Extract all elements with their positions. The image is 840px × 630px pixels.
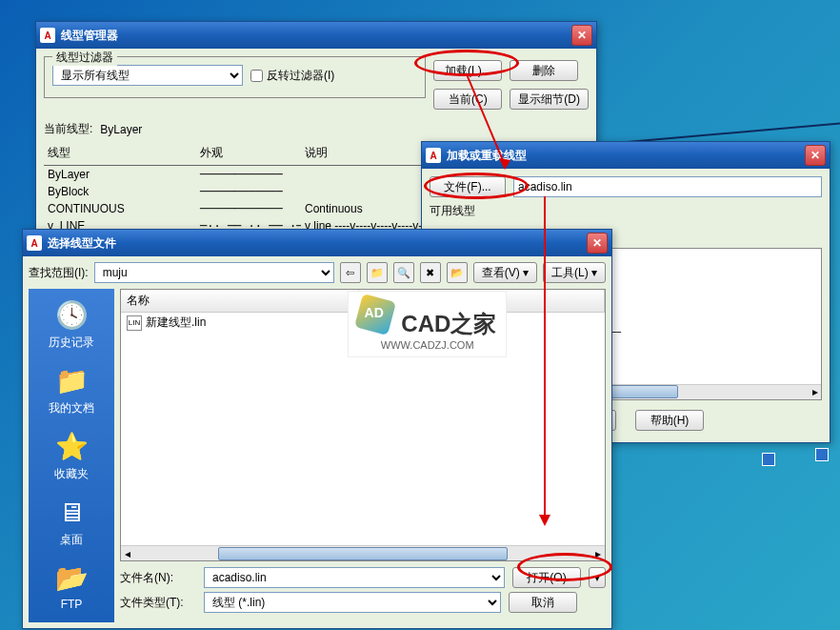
filename-label: 文件名(N):: [120, 570, 196, 586]
back-button[interactable]: ⇦: [340, 262, 361, 283]
titlebar: A 线型管理器 ✕: [36, 22, 596, 49]
window-title: 线型管理器: [61, 28, 571, 44]
titlebar: A 加载或重载线型 ✕: [422, 142, 830, 169]
sidebar-item[interactable]: 🖥桌面: [38, 494, 105, 548]
open-button[interactable]: 打开(O): [512, 567, 581, 588]
sidebar-item[interactable]: 📂FTP: [38, 559, 105, 611]
close-button[interactable]: ✕: [805, 145, 826, 166]
filetype-select[interactable]: 线型 (*.lin): [204, 592, 501, 613]
filename-input[interactable]: acadiso.lin: [204, 567, 505, 588]
watermark-logo: CAD之家 WWW.CADZJ.COM: [348, 291, 507, 357]
places-sidebar: 🕓历史记录📁我的文档⭐收藏夹🖥桌面📂FTP: [29, 289, 114, 622]
app-icon: A: [27, 235, 42, 251]
file-button[interactable]: 文件(F)...: [430, 176, 506, 197]
lin-file-icon: LIN: [127, 315, 142, 331]
grip-handle[interactable]: [762, 453, 775, 466]
window-title: 加载或重载线型: [447, 148, 805, 164]
logo-icon: [354, 294, 396, 335]
delete-button[interactable]: 删除: [510, 60, 578, 81]
available-label: 可用线型: [430, 203, 822, 219]
app-icon: A: [426, 148, 441, 163]
app-icon: A: [40, 28, 55, 43]
file-path-input[interactable]: [513, 176, 822, 197]
lookup-label: 查找范围(I):: [29, 265, 89, 281]
invert-filter-checkbox[interactable]: 反转过滤器(I): [250, 68, 334, 84]
open-dropdown-button[interactable]: ▾: [589, 567, 606, 588]
col-name: 名称: [121, 290, 359, 312]
search-web-button[interactable]: 🔍: [393, 262, 414, 283]
titlebar: A 选择线型文件 ✕: [23, 230, 611, 256]
horizontal-scrollbar[interactable]: ◂ ▸: [121, 545, 605, 560]
file-dialog-window: A 选择线型文件 ✕ 查找范围(I): muju ⇦ 📁 🔍 ✖ 📂 查看(V)…: [22, 229, 612, 629]
current-linetype-label: 当前线型:: [44, 121, 92, 137]
sidebar-item[interactable]: 📁我的文档: [38, 362, 105, 417]
lookup-select[interactable]: muju: [94, 262, 334, 283]
view-button[interactable]: 查看(V) ▾: [473, 262, 537, 283]
detail-button[interactable]: 显示细节(D): [510, 89, 589, 110]
filter-group-title: 线型过滤器: [52, 50, 117, 66]
up-button[interactable]: 📁: [367, 262, 388, 283]
filter-select[interactable]: 显示所有线型: [52, 65, 243, 86]
current-button[interactable]: 当前(C): [433, 89, 502, 110]
filetype-label: 文件类型(T):: [120, 595, 196, 611]
cancel-button[interactable]: 取消: [509, 592, 577, 613]
sidebar-item[interactable]: ⭐收藏夹: [38, 428, 105, 482]
tools-button[interactable]: 工具(L) ▾: [543, 262, 606, 283]
help-button[interactable]: 帮助(H): [635, 410, 704, 431]
new-folder-button[interactable]: 📂: [447, 262, 468, 283]
grip-handle[interactable]: [815, 448, 829, 461]
window-title: 选择线型文件: [48, 235, 587, 252]
close-button[interactable]: ✕: [587, 233, 608, 254]
current-linetype-value: ByLayer: [100, 123, 142, 136]
delete-button[interactable]: ✖: [420, 262, 441, 283]
sidebar-item[interactable]: 🕓历史记录: [38, 296, 105, 351]
close-button[interactable]: ✕: [571, 25, 592, 46]
load-button[interactable]: 加载(L)...: [433, 60, 502, 81]
